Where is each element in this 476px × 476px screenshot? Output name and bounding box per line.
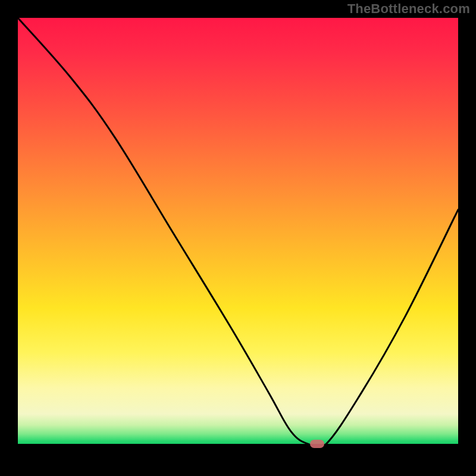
chart-frame: TheBottleneck.com bbox=[0, 0, 476, 476]
watermark-text: TheBottleneck.com bbox=[347, 1, 470, 17]
plot-area bbox=[18, 18, 458, 458]
curve-svg bbox=[18, 18, 458, 458]
minimum-marker bbox=[310, 440, 324, 448]
curve-path bbox=[18, 18, 458, 449]
